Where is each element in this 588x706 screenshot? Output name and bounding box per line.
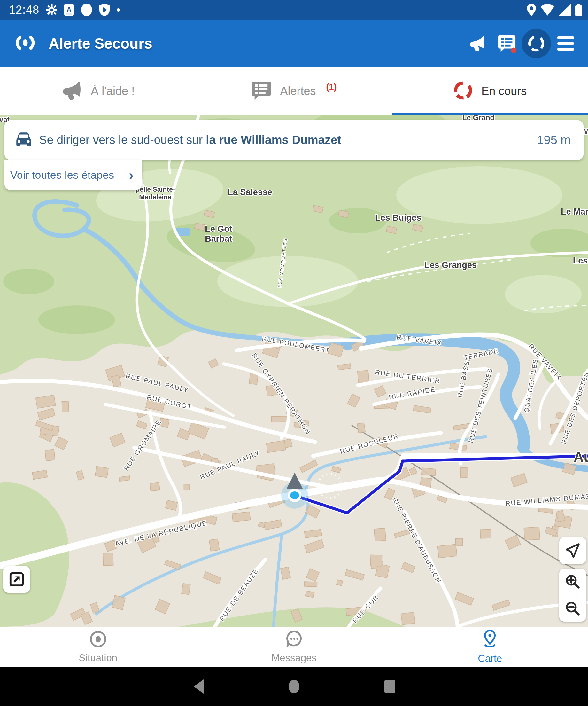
record-circle-icon	[81, 3, 92, 16]
tab-en-cours[interactable]: En cours	[392, 67, 588, 115]
navigation-instruction-card: Se diriger vers le sud-ouest sur la rue …	[4, 120, 584, 160]
shield-play-icon	[99, 3, 110, 16]
gear-icon	[46, 4, 57, 15]
fullscreen-map-button[interactable]	[3, 566, 30, 593]
bottomnav-label: Messages	[271, 652, 317, 664]
android-navigation-bar	[0, 667, 588, 706]
recenter-compass-button[interactable]	[559, 537, 586, 564]
wifi-icon	[541, 4, 554, 16]
tab-label: À l'aide !	[91, 84, 134, 98]
location-pin-icon	[527, 3, 536, 16]
app-screen: 12:48 A	[0, 0, 588, 706]
all-steps-link[interactable]: Voir toutes les étapes	[10, 169, 114, 181]
situation-target-icon	[89, 630, 108, 650]
radio-waves-logo	[11, 33, 39, 54]
battery-icon	[575, 4, 582, 16]
bottom-navigation: Situation Messages Carte	[0, 627, 588, 667]
chat-list-icon	[251, 80, 271, 102]
alert-count-badge: (1)	[326, 82, 337, 92]
messages-bubble-icon	[285, 630, 303, 650]
map-pin-icon	[480, 629, 499, 651]
hamburger-menu-button[interactable]	[551, 29, 580, 58]
bottomnav-messages[interactable]: Messages	[196, 627, 392, 667]
tab-bar: À l'aide ! Alertes (1) En cours	[0, 67, 588, 115]
home-button[interactable]	[246, 679, 342, 694]
status-bar: 12:48 A	[0, 0, 588, 20]
letter-a-box-icon: A	[64, 4, 74, 16]
cell-signal-icon	[558, 4, 571, 16]
instruction-road: la rue Williams Dumazet	[206, 133, 341, 147]
progress-ring-button[interactable]	[521, 29, 551, 58]
zoom-controls	[559, 568, 586, 622]
app-bar: Alerte Secours	[0, 20, 588, 67]
status-time: 12:48	[9, 3, 39, 16]
notification-dot-icon	[117, 8, 120, 11]
megaphone-button[interactable]	[463, 29, 492, 58]
app-title: Alerte Secours	[49, 35, 153, 52]
tab-alertes[interactable]: Alertes (1)	[196, 67, 392, 115]
svg-text:A: A	[67, 6, 71, 13]
bottomnav-label: Situation	[79, 652, 117, 664]
chat-list-button[interactable]	[492, 29, 521, 58]
megaphone-icon	[61, 80, 82, 102]
back-button[interactable]	[150, 679, 246, 694]
bottomnav-situation[interactable]: Situation	[0, 627, 196, 667]
recents-button[interactable]	[342, 679, 438, 694]
zoom-in-button[interactable]	[559, 568, 586, 595]
instruction-text: Se diriger vers le sud-ouest sur la rue …	[39, 133, 341, 147]
bottomnav-label: Carte	[478, 653, 502, 664]
tab-label: En cours	[481, 84, 527, 98]
distance-remaining: 195 m	[537, 133, 571, 147]
map-canvas[interactable]	[0, 115, 588, 627]
all-steps-card[interactable]: Voir toutes les étapes ›	[4, 160, 142, 190]
progress-ring-icon	[453, 81, 473, 102]
tab-a-laide[interactable]: À l'aide !	[0, 67, 196, 115]
tab-label: Alertes	[280, 84, 316, 98]
car-icon	[14, 131, 33, 149]
active-tab-indicator	[392, 113, 588, 115]
zoom-out-button[interactable]	[559, 595, 586, 622]
bottomnav-carte[interactable]: Carte	[392, 627, 588, 667]
